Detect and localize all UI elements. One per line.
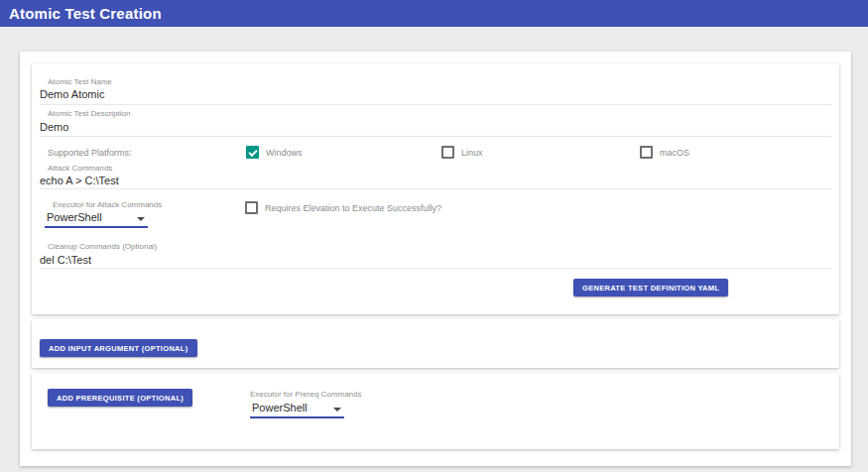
field-divider xyxy=(40,104,831,105)
generate-yaml-button[interactable]: GENERATE TEST DEFINITION YAML xyxy=(573,279,728,296)
linux-checkbox-label: Linux xyxy=(461,148,483,158)
cleanup-commands-input[interactable]: del C:\Test xyxy=(40,254,91,266)
executor-label: Executor for Attack Commands xyxy=(53,200,162,209)
platform-macos-option[interactable]: macOS xyxy=(640,146,689,159)
platform-windows-option[interactable]: Windows xyxy=(246,146,303,159)
prereq-executor-select[interactable]: PowerShell xyxy=(250,401,344,418)
field-divider xyxy=(40,188,831,189)
atomic-test-description-input[interactable]: Demo xyxy=(40,121,68,133)
elevation-option[interactable]: Requires Elevation to Execute Successful… xyxy=(245,201,441,214)
macos-checkbox-label: macOS xyxy=(660,148,689,158)
dropdown-arrow-icon xyxy=(333,408,341,412)
executor-select-value: PowerShell xyxy=(47,211,102,223)
windows-checkbox-label: Windows xyxy=(266,148,303,158)
app-header: Atomic Test Creation xyxy=(0,0,868,27)
add-input-argument-button[interactable]: ADD INPUT ARGUMENT (OPTIONAL) xyxy=(40,339,197,357)
atomic-test-name-input[interactable]: Demo Atomic xyxy=(40,88,104,100)
attack-commands-label: Attack Commands xyxy=(48,164,112,173)
prereq-executor-select-value: PowerShell xyxy=(252,402,308,413)
macos-checkbox[interactable] xyxy=(640,146,653,159)
atomic-test-description-label: Atomic Test Description xyxy=(48,109,130,118)
attack-commands-input[interactable]: echo A > C:\Test xyxy=(40,175,119,186)
content-panel: Atomic Test Name Demo Atomic Atomic Test… xyxy=(20,52,851,466)
dropdown-arrow-icon xyxy=(137,217,145,221)
windows-checkbox[interactable] xyxy=(246,146,259,159)
cleanup-commands-label: Cleanup Commands (Optional) xyxy=(48,242,157,251)
prerequisite-card: ADD PREREQUISITE (OPTIONAL) Executor for… xyxy=(32,373,839,449)
elevation-checkbox-label: Requires Elevation to Execute Successful… xyxy=(265,203,441,213)
input-argument-card: ADD INPUT ARGUMENT (OPTIONAL) xyxy=(32,319,839,368)
prereq-executor-label: Executor for Prereq Commands xyxy=(250,390,362,399)
elevation-checkbox[interactable] xyxy=(245,201,258,214)
atomic-test-name-label: Atomic Test Name xyxy=(48,77,112,86)
page-title: Atomic Test Creation xyxy=(9,0,162,27)
linux-checkbox[interactable] xyxy=(441,146,454,159)
executor-select[interactable]: PowerShell xyxy=(45,210,148,228)
field-divider xyxy=(40,268,831,269)
atomic-test-form-card: Atomic Test Name Demo Atomic Atomic Test… xyxy=(32,63,839,314)
supported-platforms-label: Supported Platforms: xyxy=(48,148,132,158)
platform-linux-option[interactable]: Linux xyxy=(441,146,483,159)
add-prerequisite-button[interactable]: ADD PREREQUISITE (OPTIONAL) xyxy=(48,389,192,407)
field-divider xyxy=(40,136,831,137)
